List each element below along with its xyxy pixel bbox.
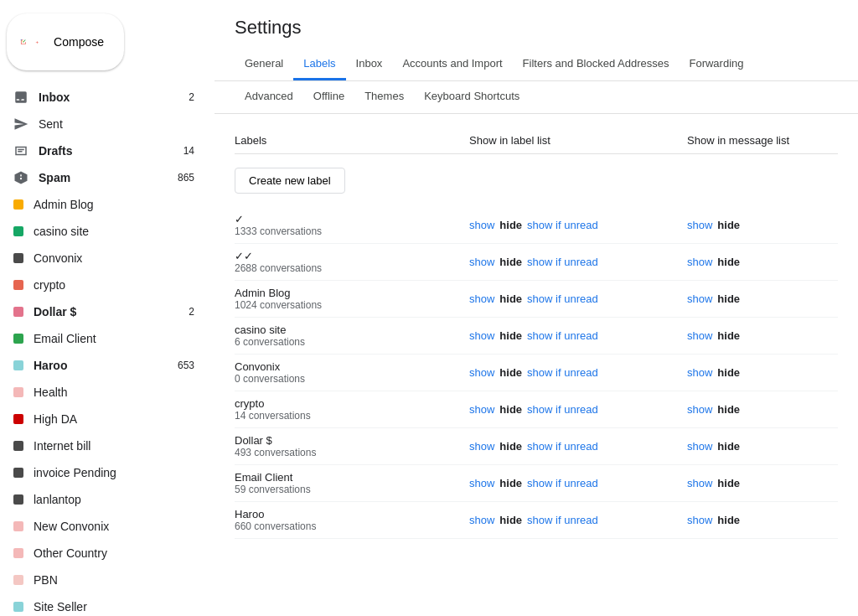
sidebar-item-internet-bill[interactable]: Internet bill: [0, 432, 201, 459]
sidebar-item-site-seller[interactable]: Site Seller: [0, 593, 201, 616]
label-color-dot: [13, 253, 23, 263]
label-row: Dollar $ 493 conversations show hide sho…: [235, 428, 838, 465]
create-label-row: Create new label: [235, 161, 838, 207]
tab-advanced[interactable]: Advanced: [235, 81, 303, 113]
show-if-unread-label-list-button[interactable]: show if unread: [527, 403, 598, 416]
hide-in-message-list-button[interactable]: hide: [717, 219, 740, 231]
sidebar-item-dollar[interactable]: Dollar $ 2: [0, 298, 201, 325]
hide-in-label-list-button[interactable]: hide: [499, 440, 522, 453]
show-in-message-list-button[interactable]: show: [687, 329, 712, 342]
label-color-dot: [13, 280, 23, 290]
show-in-message-list-button[interactable]: show: [687, 514, 712, 526]
hide-in-label-list-button[interactable]: hide: [499, 256, 522, 268]
show-in-label-list-button[interactable]: show: [469, 219, 494, 231]
sidebar-item-high-da[interactable]: High DA: [0, 406, 201, 432]
tab-shortcuts[interactable]: Keyboard Shortcuts: [414, 81, 530, 113]
sidebar-item-crypto[interactable]: crypto: [0, 272, 201, 298]
compose-button[interactable]: + Compose: [7, 13, 124, 70]
show-if-unread-label-list-button[interactable]: show if unread: [527, 219, 598, 231]
show-if-unread-label-list-button[interactable]: show if unread: [527, 440, 598, 453]
sidebar-item-spam[interactable]: Spam 865: [0, 164, 201, 191]
tab-inbox[interactable]: Inbox: [346, 49, 393, 80]
tab-filters[interactable]: Filters and Blocked Addresses: [513, 49, 680, 80]
hide-in-message-list-button[interactable]: hide: [717, 366, 740, 379]
label-info: ✓ 1333 conversations: [235, 213, 469, 237]
tabs-row-2: AdvancedOfflineThemesKeyboard Shortcuts: [214, 81, 858, 114]
hide-in-label-list-button[interactable]: hide: [499, 329, 522, 342]
tab-forwarding[interactable]: Forwarding: [679, 49, 753, 80]
show-in-message-list-button[interactable]: show: [687, 292, 712, 305]
show-if-unread-label-list-button[interactable]: show if unread: [527, 256, 598, 268]
show-if-unread-label-list-button[interactable]: show if unread: [527, 477, 598, 489]
show-in-message-list-button[interactable]: show: [687, 256, 712, 268]
hide-in-label-list-button[interactable]: hide: [499, 292, 522, 305]
show-in-message-list-button[interactable]: show: [687, 366, 712, 379]
nav-label: New Convonix: [34, 520, 194, 533]
show-in-label-list-button[interactable]: show: [469, 329, 494, 342]
sidebar-item-other-country[interactable]: Other Country: [0, 540, 201, 567]
nav-label: invoice Pending: [34, 466, 194, 479]
sidebar-item-convonix[interactable]: Convonix: [0, 245, 201, 272]
hide-in-label-list-button[interactable]: hide: [499, 366, 522, 379]
create-new-label-button[interactable]: Create new label: [235, 168, 345, 194]
hide-in-message-list-button[interactable]: hide: [717, 514, 740, 526]
hide-in-label-list-button[interactable]: hide: [499, 219, 522, 231]
nav-count: 653: [178, 360, 194, 371]
hide-in-message-list-button[interactable]: hide: [717, 440, 740, 453]
tab-labels[interactable]: Labels: [293, 49, 345, 80]
sidebar-item-admin-blog[interactable]: Admin Blog: [0, 191, 201, 218]
tab-general[interactable]: General: [235, 49, 293, 80]
show-in-label-list-button[interactable]: show: [469, 403, 494, 416]
sidebar-item-sent[interactable]: Sent: [0, 111, 201, 137]
hide-in-message-list-button[interactable]: hide: [717, 292, 740, 305]
show-if-unread-label-list-button[interactable]: show if unread: [527, 329, 598, 342]
label-info: Dollar $ 493 conversations: [235, 434, 469, 458]
hide-in-message-list-button[interactable]: hide: [717, 329, 740, 342]
sidebar-item-inbox[interactable]: Inbox 2: [0, 84, 201, 111]
show-in-message-list-button[interactable]: show: [687, 219, 712, 231]
sidebar-item-email-client[interactable]: Email Client: [0, 325, 201, 352]
label-color-dot: [13, 468, 23, 478]
sidebar-item-haroo[interactable]: Haroo 653: [0, 352, 201, 379]
nav-label: Other Country: [34, 546, 194, 560]
sidebar-item-invoice-pending[interactable]: invoice Pending: [0, 459, 201, 486]
show-in-label-list-button[interactable]: show: [469, 366, 494, 379]
show-if-unread-label-list-button[interactable]: show if unread: [527, 366, 598, 379]
label-count: 14 conversations: [235, 410, 469, 422]
show-in-label-list-button[interactable]: show: [469, 440, 494, 453]
label-row: Convonix 0 conversations show hide show …: [235, 355, 838, 391]
show-in-message-list-button[interactable]: show: [687, 403, 712, 416]
hide-in-label-list-button[interactable]: hide: [499, 477, 522, 489]
tab-accounts[interactable]: Accounts and Import: [392, 49, 512, 80]
label-row: Email Client 59 conversations show hide …: [235, 465, 838, 502]
show-in-label-list-button[interactable]: show: [469, 477, 494, 489]
label-row: casino site 6 conversations show hide sh…: [235, 318, 838, 355]
show-in-label-list-button[interactable]: show: [469, 292, 494, 305]
show-if-unread-label-list-button[interactable]: show if unread: [527, 514, 598, 526]
tabs2: AdvancedOfflineThemesKeyboard Shortcuts: [235, 81, 530, 113]
tab-themes[interactable]: Themes: [354, 81, 414, 113]
tab-offline[interactable]: Offline: [303, 81, 354, 113]
sidebar-item-new-convonix[interactable]: New Convonix: [0, 513, 201, 540]
message-list-actions: show hide: [687, 366, 838, 379]
sent-icon: [13, 116, 28, 132]
sidebar-item-pbn[interactable]: PBN: [0, 567, 201, 593]
show-in-message-list-button[interactable]: show: [687, 477, 712, 489]
sidebar-item-lanlantop[interactable]: lanlantop: [0, 486, 201, 513]
hide-in-message-list-button[interactable]: hide: [717, 403, 740, 416]
sidebar-item-health[interactable]: Health: [0, 379, 201, 406]
compose-icon: [20, 28, 27, 55]
show-in-label-list-button[interactable]: show: [469, 256, 494, 268]
sidebar-item-casino-site[interactable]: casino site: [0, 218, 201, 245]
hide-in-message-list-button[interactable]: hide: [717, 477, 740, 489]
show-in-message-list-button[interactable]: show: [687, 440, 712, 453]
hide-in-message-list-button[interactable]: hide: [717, 256, 740, 268]
label-info: Haroo 660 conversations: [235, 508, 469, 532]
sidebar-item-drafts[interactable]: Drafts 14: [0, 137, 201, 164]
show-in-label-list-button[interactable]: show: [469, 514, 494, 526]
hide-in-label-list-button[interactable]: hide: [499, 403, 522, 416]
nav-label: Inbox: [39, 91, 178, 104]
message-list-actions: show hide: [687, 514, 838, 526]
hide-in-label-list-button[interactable]: hide: [499, 514, 522, 526]
show-if-unread-label-list-button[interactable]: show if unread: [527, 292, 598, 305]
